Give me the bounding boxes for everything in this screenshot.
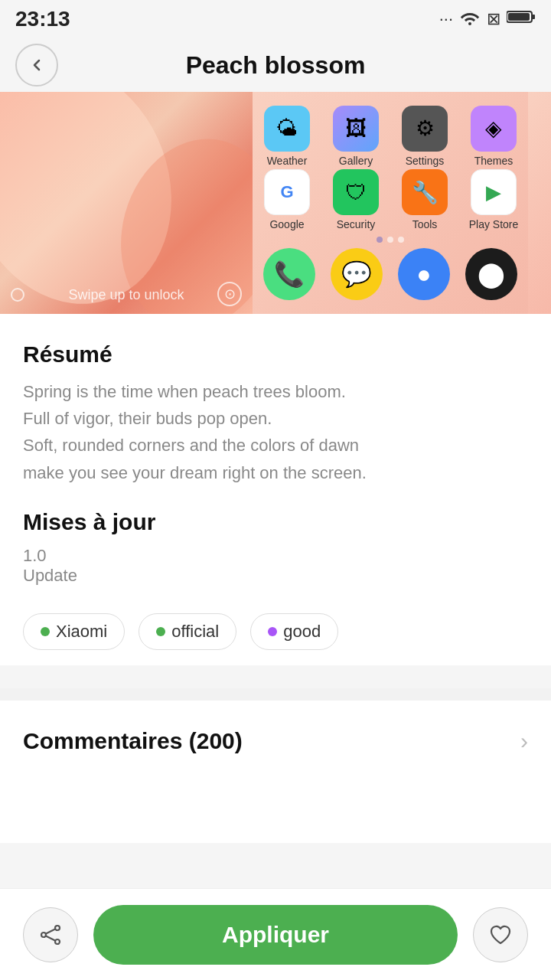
app-themes: ◈ Themes [467, 106, 520, 167]
svg-line-6 [46, 929, 55, 933]
app-weather: 🌤 Weather [260, 106, 314, 167]
security-label: Security [337, 218, 376, 230]
updates-title: Mises à jour [23, 509, 528, 535]
page-dots [377, 237, 404, 243]
settings-label: Settings [406, 155, 445, 167]
status-bar: 23:13 ··· ⊠ [0, 0, 551, 38]
dot-3 [398, 237, 404, 243]
dot-1 [377, 237, 383, 243]
camera-dot-icon [11, 288, 24, 302]
svg-rect-2 [508, 13, 530, 21]
preview-carousel[interactable]: Swipe up to unlock ⊙ 🌤 Weather 🖼 Gallery… [0, 92, 551, 314]
official-dot [156, 627, 165, 636]
gallery-label: Gallery [339, 155, 373, 167]
dot-2 [387, 237, 393, 243]
tools-icon: 🔧 [402, 169, 448, 215]
message-icon: 💬 [331, 248, 383, 300]
chat-icon: ● [398, 248, 450, 300]
playstore-label: Play Store [469, 218, 519, 230]
divider [0, 688, 551, 701]
tags-container: Xiaomi official good [23, 613, 528, 650]
app-security: 🛡 Security [329, 169, 383, 230]
apply-label: Appliquer [222, 922, 329, 948]
dock-row: 📞 💬 ● ⬤ [263, 248, 517, 300]
third-preview [528, 92, 551, 314]
swipe-label: Swipe up to unlock [68, 287, 184, 303]
wallpaper-preview[interactable]: Swipe up to unlock ⊙ [0, 92, 253, 314]
app-google: G Google [260, 169, 314, 230]
comments-row[interactable]: Commentaires (200) › [0, 701, 551, 782]
update-note: Update [23, 566, 528, 586]
x-icon: ⊠ [487, 9, 500, 29]
app-tools: 🔧 Tools [398, 169, 452, 230]
tag-official[interactable]: official [139, 613, 236, 650]
playstore-icon: ▶ [471, 169, 517, 215]
more-icon: ··· [439, 9, 453, 29]
app-settings: ⚙ Settings [398, 106, 452, 167]
status-time: 23:13 [15, 7, 70, 31]
version-number: 1.0 [23, 546, 528, 566]
gallery-icon: 🖼 [333, 106, 379, 152]
weather-label: Weather [267, 155, 308, 167]
official-label: official [171, 622, 219, 642]
phone-icon: 📞 [263, 248, 315, 300]
app-grid-preview: 🌤 Weather 🖼 Gallery ⚙ Settings ◈ Themes … [253, 92, 528, 314]
google-label: Google [269, 218, 304, 230]
app-gallery: 🖼 Gallery [329, 106, 383, 167]
status-icons: ··· ⊠ [439, 8, 536, 30]
app-row-2: G Google 🛡 Security 🔧 Tools ▶ Play Store [260, 169, 520, 230]
security-icon: 🛡 [333, 169, 379, 215]
themes-icon: ◈ [471, 106, 517, 152]
themes-label: Themes [474, 155, 514, 167]
share-button[interactable] [23, 907, 78, 962]
app-playstore: ▶ Play Store [467, 169, 520, 230]
back-button[interactable] [15, 44, 58, 87]
apply-button[interactable]: Appliquer [93, 905, 458, 965]
xiaomi-dot [41, 627, 50, 636]
google-icon: G [264, 169, 310, 215]
battery-icon [507, 9, 536, 29]
tag-good[interactable]: good [250, 613, 338, 650]
camera-icon: ⊙ [217, 282, 242, 306]
resume-title: Résumé [23, 341, 528, 368]
page-title: Peach blossom [186, 51, 366, 80]
tools-label: Tools [412, 218, 438, 230]
tag-xiaomi[interactable]: Xiaomi [23, 613, 125, 650]
header: Peach blossom [0, 38, 551, 92]
good-label: good [283, 622, 321, 642]
bottom-bar: Appliquer [0, 888, 551, 980]
xiaomi-label: Xiaomi [56, 622, 107, 642]
chevron-right-icon: › [520, 728, 528, 754]
comments-label: Commentaires (200) [23, 728, 243, 754]
bottom-space [0, 782, 551, 843]
resume-description: Spring is the time when peach trees bloo… [23, 378, 528, 486]
wifi-icon [459, 8, 481, 30]
weather-icon: 🌤 [264, 106, 310, 152]
content-section: Résumé Spring is the time when peach tre… [0, 314, 551, 665]
camera2-icon: ⬤ [465, 248, 517, 300]
svg-line-7 [46, 936, 55, 940]
app-row-1: 🌤 Weather 🖼 Gallery ⚙ Settings ◈ Themes [260, 106, 520, 167]
good-dot [268, 627, 277, 636]
settings-icon: ⚙ [402, 106, 448, 152]
favorite-button[interactable] [473, 907, 528, 962]
svg-rect-1 [532, 15, 535, 19]
